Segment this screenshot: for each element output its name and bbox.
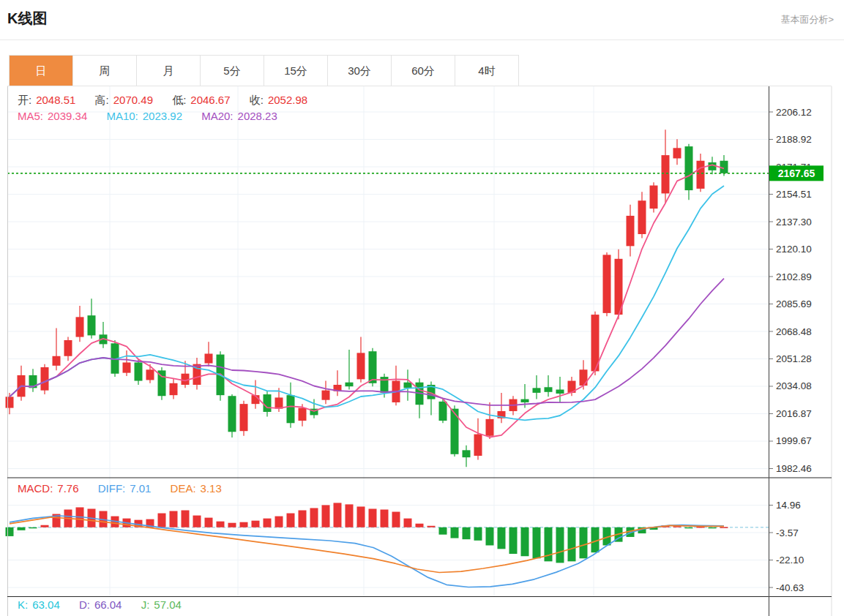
- tab-5m[interactable]: 5分: [201, 56, 264, 86]
- candle-body: [88, 315, 96, 335]
- ohlc-legend: 开:2048.51 高:2070.49 低:2046.67 收:2052.98: [18, 94, 312, 108]
- candle-body: [638, 200, 646, 234]
- kdj-d-label: D:: [79, 598, 90, 611]
- candle-body: [357, 353, 365, 379]
- macd-bar: [310, 508, 318, 527]
- ma5-value: 2039.34: [48, 110, 87, 122]
- tab-30m[interactable]: 30分: [328, 56, 392, 86]
- candle-body: [545, 387, 553, 392]
- macd-bar: [416, 524, 424, 527]
- macd-bar: [29, 527, 37, 529]
- kdj-k-value: 63.04: [32, 598, 60, 611]
- macd-bar: [521, 527, 529, 556]
- candle-body: [521, 399, 529, 402]
- price-axis-label: 2085.69: [776, 298, 812, 309]
- macd-bar: [217, 522, 225, 527]
- candle-body: [603, 255, 611, 313]
- fundamental-analysis-link[interactable]: 基本面分析>: [780, 13, 834, 26]
- candle-body: [53, 356, 61, 366]
- candle-body: [6, 397, 14, 407]
- price-axis-label: 2120.10: [776, 244, 812, 255]
- tab-month[interactable]: 月: [137, 56, 201, 86]
- candle-body: [685, 146, 693, 190]
- macd-bar: [193, 516, 201, 527]
- candle-body: [627, 216, 635, 246]
- macd-bar: [720, 527, 728, 528]
- interval-tabbar: 日周月5分15分30分60分4时: [9, 55, 519, 86]
- macd-bar: [392, 512, 400, 527]
- macd-bar: [299, 511, 307, 527]
- candle-body: [41, 367, 49, 391]
- diff-value: 7.01: [130, 482, 151, 495]
- tab-60m[interactable]: 60分: [392, 56, 455, 86]
- macd-bar: [498, 527, 506, 549]
- kdj-j-label: J:: [141, 598, 150, 611]
- macd-bar: [346, 504, 354, 527]
- macd-bar: [381, 509, 389, 527]
- candle-body: [486, 419, 494, 436]
- macd-bar: [580, 527, 588, 558]
- macd-bar: [158, 514, 166, 527]
- tab-week[interactable]: 周: [73, 56, 137, 86]
- price-axis-label: 2206.12: [776, 107, 812, 118]
- candle-body: [451, 409, 459, 454]
- macd-bar: [556, 527, 564, 563]
- tab-day[interactable]: 日: [10, 56, 73, 86]
- macd-bar: [287, 514, 295, 527]
- candle-body: [556, 390, 564, 394]
- macd-axis-label: -22.10: [776, 555, 804, 566]
- candle-body: [240, 404, 248, 431]
- open-value: 2048.51: [36, 94, 75, 106]
- kdj-k-label: K:: [18, 598, 28, 611]
- diff-label: DIFF:: [98, 482, 126, 495]
- price-axis-label: 2034.08: [776, 380, 812, 391]
- candle-body: [76, 317, 84, 337]
- macd-bar: [275, 517, 283, 527]
- candle-body: [474, 435, 482, 456]
- price-axis-label: 2188.92: [776, 134, 812, 145]
- ma-legend: MA5:2039.34 MA10:2023.92 MA20:2028.23: [18, 110, 282, 122]
- macd-bar: [182, 511, 190, 527]
- close-label: 收:: [250, 94, 264, 106]
- macd-bar: [41, 525, 49, 527]
- macd-bar: [463, 527, 471, 539]
- price-axis-label: 2137.30: [776, 217, 812, 228]
- macd-bar: [334, 503, 342, 527]
- candle-body: [205, 353, 213, 363]
- macd-label: MACD:: [18, 482, 53, 495]
- tab-4h[interactable]: 4时: [455, 56, 518, 86]
- candle-body: [404, 383, 412, 388]
- macd-legend: MACD:7.76 DIFF:7.01 DEA:3.13: [18, 482, 226, 495]
- macd-axis-label: -40.63: [776, 582, 804, 593]
- macd-bar: [685, 527, 693, 529]
- macd-bar: [427, 526, 436, 527]
- macd-bar: [568, 527, 576, 562]
- ma20-label: MA20:: [201, 110, 233, 122]
- price-axis-label: 2154.51: [776, 189, 812, 200]
- candle-body: [228, 396, 236, 432]
- tab-15m[interactable]: 15分: [264, 56, 328, 86]
- macd-bar: [709, 527, 717, 529]
- macd-bar: [170, 511, 178, 527]
- high-label: 高:: [95, 94, 109, 106]
- macd-bar: [509, 527, 518, 554]
- macd-bar: [205, 518, 213, 527]
- ma20-value: 2028.23: [238, 110, 277, 122]
- candle-body: [369, 351, 377, 383]
- candle-body: [673, 148, 681, 158]
- candle-body: [264, 394, 272, 412]
- macd-bar: [404, 519, 412, 527]
- candle-body: [123, 362, 131, 372]
- candle-body: [697, 161, 705, 189]
- macd-bar: [18, 527, 26, 530]
- macd-bar: [252, 521, 260, 527]
- price-axis-label: 1982.46: [776, 463, 812, 474]
- candle-body: [580, 369, 588, 386]
- candle-body: [64, 340, 72, 356]
- header-divider: [0, 40, 844, 40]
- macd-bar: [533, 527, 541, 558]
- candle-body: [135, 362, 143, 380]
- macd-value: 7.76: [57, 482, 78, 495]
- price-axis-label: 1999.67: [776, 435, 812, 446]
- macd-layer: [6, 503, 769, 587]
